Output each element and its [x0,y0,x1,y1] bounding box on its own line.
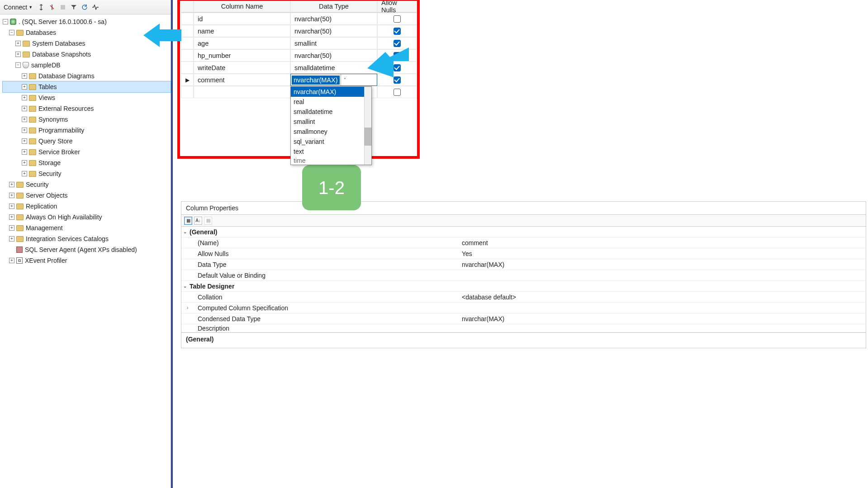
tree-prog[interactable]: +Programmability [3,125,171,136]
alphabetical-button[interactable]: A↓ [194,217,202,225]
collapse-caret-icon[interactable]: ⌄ [183,229,187,234]
expand-caret-icon[interactable]: › [187,305,188,310]
tree-security[interactable]: +Security [3,179,171,190]
tree-agent[interactable]: SQL Server Agent (Agent XPs disabled) [3,244,171,255]
expand-icon[interactable]: + [22,117,27,122]
expand-icon[interactable]: + [22,138,27,144]
activity-icon[interactable] [91,3,100,11]
checkbox-unchecked[interactable] [394,89,401,96]
row-header[interactable] [181,25,194,37]
dropdown-item[interactable]: text [291,147,371,156]
tree-sobj[interactable]: +Server Objects [3,190,171,201]
expand-icon[interactable]: + [9,236,14,242]
dropdown-item[interactable]: smalldatetime [291,107,371,117]
tree-mgmt[interactable]: +Management [3,223,171,233]
tree-syn[interactable]: +Synonyms [3,114,171,125]
expand-icon[interactable]: + [15,41,21,46]
tree-repl[interactable]: +Replication [3,201,171,212]
expand-icon[interactable]: + [22,171,27,176]
disconnect-icon[interactable] [48,3,56,11]
datatype-cell[interactable]: nvarchar(50) [290,25,377,37]
colname-cell[interactable]: hp_number [194,49,290,62]
categorized-button[interactable]: ▦ [184,217,192,225]
row-header[interactable] [181,86,194,98]
expand-icon[interactable]: + [9,225,14,231]
datatype-cell[interactable]: smalldatetime [290,62,377,74]
row-header[interactable] [181,49,194,62]
dropdown-button[interactable]: ˅ [341,74,349,85]
dropdown-item[interactable]: smallint [291,117,371,127]
datatype-cell[interactable]: smallint [290,37,377,49]
expand-icon[interactable]: + [9,182,14,187]
tree-qs[interactable]: +Query Store [3,136,171,147]
tree-sb[interactable]: +Service Broker [3,147,171,157]
row-header[interactable]: ▶ [181,74,194,86]
stop-icon[interactable] [59,3,67,11]
allownull-cell[interactable] [377,25,417,37]
expand-icon[interactable]: + [22,128,27,133]
tree-dbdiag[interactable]: +Database Diagrams [3,71,171,81]
dropdown-scrollbar[interactable] [364,87,371,165]
checkbox-checked[interactable] [394,40,401,47]
expand-icon[interactable]: + [22,84,27,90]
expand-icon[interactable]: + [22,160,27,166]
colname-cell[interactable]: id [194,13,290,25]
tree-storage[interactable]: +Storage [3,157,171,168]
tree-dbsnap[interactable]: +Database Snapshots [3,49,171,60]
checkbox-checked[interactable] [394,28,401,35]
expand-icon[interactable]: + [9,204,14,209]
prop-allownulls-value[interactable]: Yes [462,250,866,257]
row-header[interactable] [181,13,194,25]
allownull-cell[interactable] [377,86,417,98]
tree-isc[interactable]: +Integration Services Catalogs [3,233,171,244]
tree-xep[interactable]: +⧉XEvent Profiler [3,255,171,266]
tree-views[interactable]: +Views [3,92,171,103]
tree-tables[interactable]: +Tables [3,81,171,92]
connect-dropdown[interactable]: Connect ▼ [2,4,34,11]
datatype-dropdown[interactable]: nvarchar(MAX) real smalldatetime smallin… [290,86,372,165]
expand-icon[interactable]: + [9,214,14,220]
prop-name-value[interactable]: comment [462,239,866,246]
prop-collation-value[interactable]: <database default> [462,294,866,301]
tree-extres[interactable]: +External Resources [3,103,171,114]
colname-cell[interactable]: comment [194,74,290,86]
tree-sampledb[interactable]: −sampleDB [3,60,171,71]
colname-cell[interactable]: name [194,25,290,37]
expand-icon[interactable]: + [22,73,27,79]
allownull-cell[interactable] [377,13,417,25]
expand-icon[interactable]: + [15,52,21,57]
dropdown-item[interactable]: smallmoney [291,127,371,137]
scrollbar-thumb[interactable] [364,128,371,146]
dropdown-item[interactable]: real [291,97,371,107]
table-row[interactable]: name nvarchar(50) [181,25,417,37]
colname-cell[interactable]: writeDate [194,62,290,74]
collapse-icon[interactable]: − [9,30,14,35]
expand-icon[interactable]: + [22,149,27,155]
expand-icon[interactable]: + [22,106,27,111]
row-header[interactable] [181,37,194,49]
colname-cell[interactable] [194,86,290,98]
collapse-icon[interactable]: − [15,62,21,68]
dropdown-item[interactable]: sql_variant [291,137,371,147]
tree-aoha[interactable]: +Always On High Availability [3,212,171,223]
datatype-cell-active[interactable]: nvarchar(MAX) ˅ nvarchar(MAX) real small… [290,74,377,86]
dropdown-item[interactable]: time [291,156,371,165]
dropdown-item[interactable]: nvarchar(MAX) [291,87,371,97]
prop-condensed-value[interactable]: nvarchar(MAX) [462,315,866,322]
filter-icon[interactable] [70,3,78,11]
collapse-icon[interactable]: − [3,19,8,24]
tree-dbsecurity[interactable]: +Security [3,168,171,179]
checkbox-unchecked[interactable] [394,15,401,23]
colname-cell[interactable]: age [194,37,290,49]
expand-icon[interactable]: + [22,95,27,100]
datatype-cell[interactable]: nvarchar(50) [290,49,377,62]
expand-icon[interactable]: + [9,258,14,263]
connect-icon[interactable] [37,3,45,11]
expand-icon[interactable]: + [9,193,14,198]
row-header[interactable] [181,62,194,74]
property-pages-button[interactable]: ▤ [204,217,212,225]
table-row[interactable]: id nvarchar(50) [181,13,417,25]
collapse-caret-icon[interactable]: ⌄ [183,284,187,289]
prop-datatype-value[interactable]: nvarchar(MAX) [462,261,866,268]
datatype-cell[interactable]: nvarchar(50) [290,13,377,25]
